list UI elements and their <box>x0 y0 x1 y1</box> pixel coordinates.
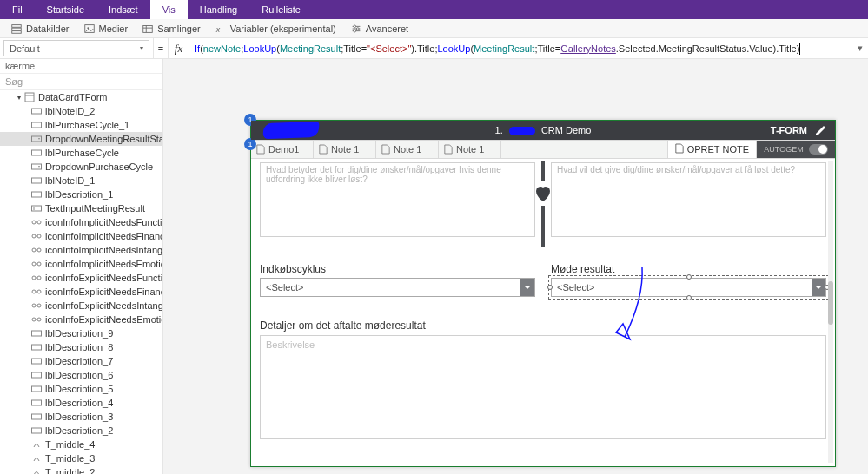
tree-item-lblDescription_3[interactable]: lblDescription_3 <box>0 410 162 424</box>
canvas[interactable]: 1 1 1. CRM Demo T-FORM Demo1Note 1Note 1… <box>163 59 868 474</box>
tree-item-iconInfoImplicitNeedsFunctional[interactable]: iconInfoImplicitNeedsFunctional <box>0 215 162 229</box>
scrollbar[interactable] <box>828 161 833 463</box>
data-sources-icon <box>10 23 23 35</box>
note-tab[interactable]: Note 1 <box>376 141 439 158</box>
note-tab[interactable]: Note 1 <box>314 141 376 158</box>
tree-item-DropdownPurchaseCycle[interactable]: DropdownPurchaseCycle <box>0 160 162 174</box>
formula-input[interactable]: If ( newNote ; LookUp ( MeetingResult ;T… <box>189 38 852 58</box>
tree-item-lblDescription_5[interactable]: lblDescription_5 <box>0 382 162 396</box>
note-tab-label: Demo1 <box>268 144 299 155</box>
label-icon <box>31 175 42 186</box>
tree-item-T_middle_2[interactable]: T_middle_2 <box>0 465 162 474</box>
resize-handle[interactable] <box>686 295 692 300</box>
cmd-medier[interactable]: Medier <box>78 23 134 35</box>
cmd-samlinger[interactable]: Samlinger <box>136 23 206 35</box>
tree-item-label: lblDescription_9 <box>45 328 113 339</box>
cmd-variabler[interactable]: x Variabler (eksperimental) <box>209 23 341 35</box>
svg-point-38 <box>32 276 36 280</box>
svg-point-14 <box>354 30 356 32</box>
heart-icon <box>533 183 553 204</box>
tree-item-label: iconInfoImplicitNeedsEmotional <box>45 259 163 269</box>
meeting-result-dropdown[interactable]: <Select> <box>551 278 826 297</box>
right-question-box[interactable]: Hvad vil det give dig/dine ønsker/mål/op… <box>551 162 826 237</box>
tree-item-lblDescription_7[interactable]: lblDescription_7 <box>0 354 162 368</box>
tree-item-label: lblDescription_7 <box>45 356 113 366</box>
fx-button[interactable]: fx <box>169 38 189 58</box>
property-selector[interactable]: Default ▾ <box>3 40 149 56</box>
tree-item-iconInfoImplicitNeedsEmotional[interactable]: iconInfoImplicitNeedsEmotional <box>0 257 162 271</box>
scrollbar-thumb[interactable] <box>828 281 833 325</box>
icon-icon <box>31 314 42 325</box>
tree-item-lblDescription_6[interactable]: lblDescription_6 <box>0 368 162 382</box>
svg-rect-52 <box>32 359 42 364</box>
formula-token: GalleryNotes <box>560 43 616 54</box>
tree-item-TextInputMeetingResult[interactable]: TextInputMeetingResult <box>0 201 162 215</box>
details-textarea[interactable]: Beskrivelse <box>260 335 826 439</box>
tree-item-label: iconInfoImplicitNeedsFunctional <box>45 217 163 227</box>
tree-item-lblNoteID_1[interactable]: lblNoteID_1 <box>0 174 162 188</box>
tree-item-label: lblDescription_5 <box>45 384 113 394</box>
tree-item-lblDescription_1[interactable]: lblDescription_1 <box>0 188 162 201</box>
tree-item-lblNoteID_2[interactable]: lblNoteID_2 <box>0 104 162 118</box>
note-tab[interactable]: Note 1 <box>439 141 501 158</box>
svg-rect-19 <box>32 136 42 142</box>
tree-item-DropdownMeetingResultStatus[interactable]: DropdownMeetingResultStatus <box>0 132 162 146</box>
toggle-switch[interactable] <box>809 144 828 155</box>
formula-token: ).Title; <box>411 43 437 54</box>
tree-item-iconInfoImplicitNeedsIntangible[interactable]: iconInfoImplicitNeedsIntangible <box>0 243 162 257</box>
formula-expand-icon[interactable]: ▾ <box>852 38 868 58</box>
text-caret <box>799 43 800 55</box>
resize-handle[interactable] <box>686 274 692 280</box>
left-question-box[interactable]: Hvad betyder det for dig/dine ønsker/mål… <box>260 162 535 237</box>
document-icon <box>444 144 453 155</box>
create-note-button[interactable]: OPRET NOTE <box>667 141 757 158</box>
tree-item-iconInfoExplicitNeedsIntangible[interactable]: iconInfoExplicitNeedsIntangible <box>0 299 162 313</box>
tab-handling[interactable]: Handling <box>188 0 249 19</box>
svg-rect-23 <box>32 192 42 197</box>
tab-fil[interactable]: Fil <box>0 0 35 19</box>
purchase-cycle-dropdown[interactable]: <Select> <box>260 278 535 297</box>
tree-item-lblDescription_8[interactable]: lblDescription_8 <box>0 340 162 354</box>
tree-item-iconInfoExplicitNeedsFinancial[interactable]: iconInfoExplicitNeedsFinancial <box>0 285 162 299</box>
app-title-prefix: 1. <box>495 125 503 135</box>
note-tab[interactable]: Demo1 <box>251 141 314 158</box>
tree-item-iconInfoExplicitNeedsFunctional[interactable]: iconInfoExplicitNeedsFunctional <box>0 271 162 285</box>
tree-heading: kærme <box>0 59 162 74</box>
tree-item-iconInfoImplicitNeedsFinancial[interactable]: iconInfoImplicitNeedsFinancial <box>0 229 162 243</box>
svg-rect-21 <box>32 164 42 169</box>
resize-handle[interactable] <box>547 285 553 290</box>
chevron-down-icon[interactable] <box>520 279 534 296</box>
cmd-datakilder[interactable]: Datakilder <box>5 23 75 35</box>
tree-expand-icon[interactable]: ▾ <box>17 94 21 102</box>
selection-badge: 1 <box>244 138 256 150</box>
tab-indsaet[interactable]: Indsæt <box>96 0 150 19</box>
tab-startside[interactable]: Startside <box>35 0 96 19</box>
tree-item-label: iconInfoExplicitNeedsEmotional <box>45 314 163 325</box>
formula-token: newNote <box>203 43 241 54</box>
tree-item-iconInfoExplicitNeedsEmotional[interactable]: iconInfoExplicitNeedsEmotional <box>0 313 162 326</box>
tree-item-lblDescription_2[interactable]: lblDescription_2 <box>0 424 162 438</box>
tree-item-lblPurchaseCycle_1[interactable]: lblPurchaseCycle_1 <box>0 118 162 132</box>
tree-item-lblPurchaseCycle[interactable]: lblPurchaseCycle <box>0 146 162 160</box>
svg-rect-50 <box>32 331 42 336</box>
tree-item-T_middle_3[interactable]: T_middle_3 <box>0 451 162 465</box>
svg-point-13 <box>356 27 359 30</box>
tab-vis[interactable]: Vis <box>150 0 188 19</box>
cmd-avanceret[interactable]: Avanceret <box>345 23 414 35</box>
tree-item-lblDescription_4[interactable]: lblDescription_4 <box>0 396 162 410</box>
tree-item-DataCardTForm[interactable]: ▾DataCardTForm <box>0 90 162 104</box>
shape-icon <box>31 467 42 474</box>
tree-item-T_middle_4[interactable]: T_middle_4 <box>0 438 162 451</box>
equals-label: = <box>153 38 169 58</box>
document-icon <box>256 144 265 155</box>
autosave-toggle[interactable]: AUTOGEM <box>757 141 835 158</box>
label-icon <box>31 384 42 394</box>
tab-rulleliste[interactable]: Rulleliste <box>249 0 313 19</box>
tree-item-label: T_middle_2 <box>45 467 95 474</box>
chevron-down-icon[interactable] <box>812 279 825 296</box>
label-icon <box>31 342 42 352</box>
tree-item-lblDescription_9[interactable]: lblDescription_9 <box>0 326 162 340</box>
tree-item-label: DataCardTForm <box>38 92 107 102</box>
details-label: Detaljer om det aftalte møderesultat <box>260 319 826 332</box>
tree-search[interactable]: Søg <box>0 74 162 90</box>
